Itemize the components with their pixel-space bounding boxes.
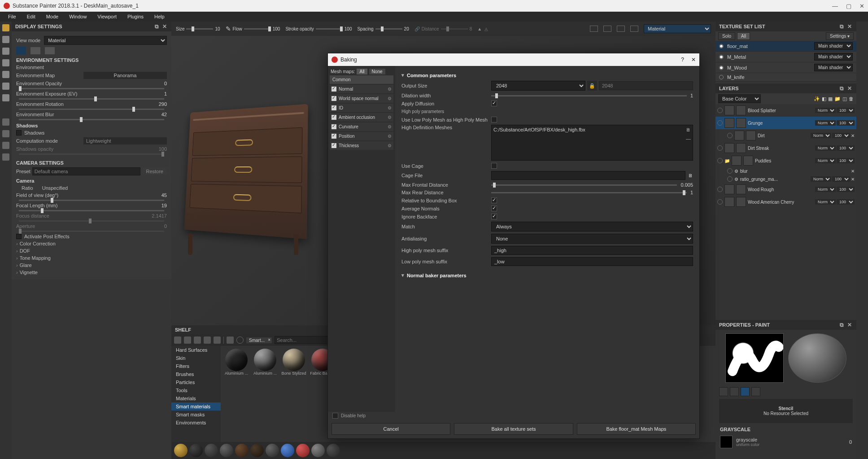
screenshot-icon[interactable] [630, 26, 638, 32]
add-fill-icon[interactable]: ▦ [828, 96, 833, 102]
computation-value[interactable]: Lightweight [83, 137, 167, 144]
gear-icon[interactable]: ⚙ [388, 105, 392, 110]
settings-button[interactable]: Settings ▾ [826, 32, 854, 40]
shadows-checkbox[interactable] [16, 130, 22, 136]
layer-visibility-icon[interactable] [727, 168, 733, 174]
shelf-cat-smart-masks[interactable]: Smart masks [171, 411, 221, 419]
map-checkbox[interactable] [331, 87, 336, 92]
map-checkbox[interactable] [331, 134, 336, 139]
opacity-select[interactable]: 100 [837, 158, 855, 163]
pin-icon[interactable]: ⧉ [838, 23, 845, 30]
mesh-map-item[interactable]: Normal⚙ [330, 85, 393, 93]
delete-layer-icon[interactable]: ✕ [851, 169, 855, 174]
bake-selected-button[interactable]: Bake floor_mat Mesh Maps [577, 423, 696, 435]
camera-mode-icon[interactable] [31, 47, 40, 54]
maps-common[interactable]: Common [330, 75, 393, 84]
disable-help-checkbox[interactable] [332, 413, 338, 419]
preset-input[interactable] [32, 167, 141, 175]
blend-mode-select[interactable]: Norm [815, 158, 836, 163]
clone-tool-icon[interactable] [2, 83, 9, 90]
iray-icon[interactable] [2, 142, 9, 149]
layer-visibility-icon[interactable] [717, 187, 723, 192]
cube-icon[interactable] [603, 26, 611, 32]
layer-row[interactable]: Wood American CherryNorm100 [715, 196, 856, 208]
hp-suffix-input[interactable] [491, 246, 693, 255]
shelf-cat-materials[interactable]: Materials [171, 394, 221, 402]
ignore-backface-checkbox[interactable] [491, 214, 497, 219]
mat-ball[interactable] [266, 444, 279, 457]
close-icon[interactable]: ✕ [846, 322, 853, 328]
maps-none-button[interactable]: None [369, 69, 385, 74]
menu-window[interactable]: Window [65, 13, 91, 20]
output-width-select[interactable]: 2048 [491, 81, 585, 91]
shader-select[interactable]: Main shader [814, 64, 853, 71]
add-folder-icon[interactable]: 📁 [834, 96, 841, 102]
visibility-radio[interactable] [719, 44, 724, 48]
mat-ball[interactable] [296, 444, 310, 457]
shelf-cat-environments[interactable]: Environments [171, 419, 221, 427]
gear-icon[interactable]: ⚙ [388, 143, 392, 148]
texture-set-row[interactable]: M_MetalMain shader [715, 52, 856, 62]
opacity-select[interactable]: 100 [837, 187, 855, 192]
visibility-radio[interactable] [719, 75, 724, 79]
gear-icon[interactable]: ⚙ [388, 134, 392, 139]
shelf-material[interactable]: Aluminium ... [252, 349, 278, 376]
folder-icon[interactable]: 📁 [724, 158, 730, 163]
avg-normals-checkbox[interactable] [491, 205, 497, 211]
pin-icon[interactable]: ⧉ [838, 85, 845, 92]
pin-icon[interactable]: ⧉ [838, 322, 845, 328]
common-params-header[interactable]: Common parameters [401, 72, 693, 78]
close-icon[interactable]: ✕ [846, 23, 853, 30]
filter-chip[interactable]: Smart...× [246, 337, 272, 343]
shelf-export-icon[interactable] [214, 337, 221, 344]
mirror-icon[interactable]: ◬ [484, 26, 488, 31]
rel-bbox-checkbox[interactable] [491, 197, 497, 203]
file-browse-icon[interactable]: 🗎 [686, 127, 691, 132]
dialog-close-icon[interactable]: ✕ [691, 57, 696, 63]
filter-icon[interactable] [227, 337, 234, 344]
menu-mode[interactable]: Mode [42, 13, 63, 20]
mat-ball[interactable] [281, 444, 294, 457]
mesh-map-item[interactable]: Curvature⚙ [330, 122, 393, 131]
delete-icon[interactable]: 🗑 [849, 96, 854, 101]
layer-visibility-icon[interactable] [717, 158, 723, 163]
lock-size-icon[interactable]: 🔒 [587, 81, 597, 91]
minimize-button[interactable]: — [832, 3, 838, 9]
blend-mode-select[interactable]: Norm [815, 120, 836, 126]
env-rotation-slider[interactable] [19, 109, 164, 110]
layer-row[interactable]: Blood SplatterNorm100 [715, 104, 856, 117]
aa-select[interactable]: None [491, 234, 693, 244]
material-tab-icon[interactable] [751, 387, 760, 396]
maximize-button[interactable]: ▢ [846, 3, 851, 9]
blend-mode-select[interactable]: Norm [815, 145, 836, 151]
symmetry-icon[interactable] [2, 130, 9, 137]
menu-help[interactable]: Help [150, 13, 169, 20]
mesh-map-item[interactable]: ID⚙ [330, 104, 393, 112]
map-checkbox[interactable] [331, 143, 336, 148]
mat-ball[interactable] [235, 444, 249, 457]
mesh-map-item[interactable]: Thickness⚙ [330, 141, 393, 150]
projection-tool-icon[interactable] [2, 48, 9, 55]
layer-row[interactable]: 📁PuddlesNorm100 [715, 154, 856, 167]
layer-visibility-icon[interactable] [727, 133, 733, 138]
alpha-tab-icon[interactable] [730, 387, 739, 396]
opacity-select[interactable]: 100 [837, 108, 855, 113]
shelf-cat-smart-materials[interactable]: Smart materials [171, 402, 221, 411]
env-map-value[interactable]: Panorama [83, 72, 167, 79]
shelf-cat-particles[interactable]: Particles [171, 378, 221, 386]
gear-icon[interactable]: ⚙ [388, 87, 392, 92]
shelf-cat-brushes[interactable]: Brushes [171, 370, 221, 378]
blend-mode-select[interactable]: Norm [815, 187, 836, 192]
tree-vignette[interactable]: ›Vignette [16, 270, 167, 275]
match-select[interactable]: Always [491, 222, 693, 232]
close-button[interactable]: ✕ [859, 3, 864, 9]
render-mode-select[interactable]: Material [644, 24, 711, 33]
post-fx-checkbox[interactable] [16, 234, 22, 239]
clear-icon[interactable]: — [686, 136, 691, 141]
dilation-slider[interactable] [491, 95, 687, 96]
delete-layer-icon[interactable]: ✕ [851, 133, 855, 138]
apply-diffusion-checkbox[interactable] [491, 101, 497, 106]
mesh-map-item[interactable]: Ambient occlusion⚙ [330, 113, 393, 122]
mesh-map-item[interactable]: Position⚙ [330, 132, 393, 140]
texture-set-row[interactable]: M_knife [715, 73, 856, 82]
